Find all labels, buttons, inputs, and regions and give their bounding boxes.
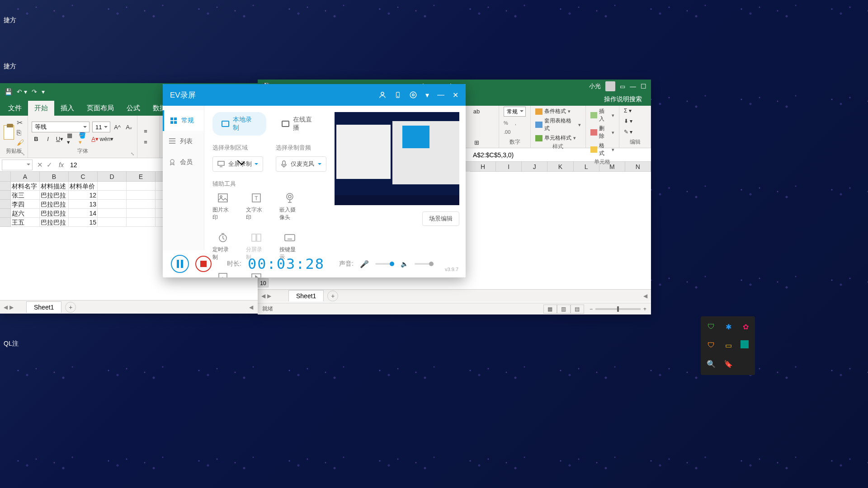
tab-formulas[interactable]: 公式 [120, 101, 146, 116]
fx-icon[interactable]: fx [55, 161, 67, 169]
col-header[interactable]: L [574, 162, 599, 172]
cell[interactable]: 巴拉巴拉 [40, 200, 69, 209]
row-header[interactable] [0, 200, 11, 209]
insert-cells-button[interactable]: 插入▾ [590, 107, 614, 124]
cell-styles-button[interactable]: 单元格样式▾ [535, 133, 581, 143]
bold-button[interactable]: B [32, 134, 41, 143]
shield-orange-icon[interactable]: 🛡 [706, 340, 716, 350]
minimize-icon[interactable]: — [437, 91, 444, 99]
cell[interactable]: 材料名字 [11, 182, 40, 191]
formula-bar-value[interactable]: A$2:$C$5,3,0) [470, 151, 651, 159]
shield-icon[interactable]: 🛡 [706, 322, 716, 332]
add-sheet-button[interactable]: + [65, 302, 76, 313]
cell[interactable]: 巴拉巴拉 [40, 218, 69, 227]
mic-volume-slider[interactable] [375, 263, 394, 265]
audio-select[interactable]: 仅麦克风 [276, 156, 326, 172]
row-header[interactable]: 10 [258, 278, 269, 287]
sidebar-item-normal[interactable]: 常规 [163, 110, 204, 131]
cell[interactable] [98, 209, 127, 218]
sheet-tab[interactable]: Sheet1 [26, 301, 61, 313]
phonetic-button[interactable]: wén▾ [102, 134, 111, 143]
titlebar[interactable]: EV录屏 ▾ — ✕ [163, 84, 466, 106]
col-header[interactable]: B [40, 172, 69, 182]
undo-icon[interactable]: ↶ ▾ [17, 88, 27, 95]
desktop-shortcut-label[interactable]: 捷方 [1, 61, 19, 72]
star-icon[interactable]: ✱ [723, 322, 733, 332]
zoom-in-icon[interactable]: + [643, 306, 646, 312]
sheet-nav-prev[interactable]: ◀ [261, 293, 265, 299]
tab-local-record[interactable]: 本地录制 [212, 112, 266, 136]
cell[interactable] [98, 191, 127, 200]
stop-button[interactable] [195, 256, 212, 272]
col-header[interactable]: C [69, 172, 98, 182]
fill-color-button[interactable]: 🪣▾ [79, 134, 88, 143]
tool-whiteboard[interactable]: 桌面画板 [212, 272, 233, 277]
increase-font-icon[interactable]: A^ [113, 122, 122, 131]
cell[interactable]: 13 [69, 200, 98, 209]
conditional-format-button[interactable]: 条件格式▾ [535, 107, 581, 116]
app-icon[interactable] [741, 340, 749, 348]
zoom-out-icon[interactable]: − [590, 306, 593, 312]
table-format-button[interactable]: 套用表格格式▾ [535, 116, 581, 133]
delete-cells-button[interactable]: 删除▾ [590, 124, 614, 141]
row-header[interactable] [0, 218, 11, 227]
tool-image-watermark[interactable]: 图片水印 [212, 192, 233, 221]
desktop-shortcut-label[interactable]: QL注 [1, 338, 21, 350]
col-header[interactable]: M [599, 162, 625, 172]
col-header[interactable]: K [547, 162, 573, 172]
cell[interactable] [127, 209, 156, 218]
col-header[interactable]: I [496, 162, 522, 172]
minimize-icon[interactable]: — [630, 83, 636, 90]
name-box[interactable] [2, 160, 33, 170]
cell[interactable]: 15 [69, 218, 98, 227]
tab-insert[interactable]: 插入 [54, 101, 80, 116]
username[interactable]: 小光 [589, 82, 601, 90]
row-header[interactable] [0, 182, 11, 191]
area-select[interactable]: 全屏录制 [212, 156, 263, 172]
col-header[interactable]: J [522, 162, 547, 172]
col-header[interactable]: H [470, 162, 496, 172]
cell[interactable]: 材料描述 [40, 182, 69, 191]
cut-icon[interactable]: ✂ [17, 118, 24, 127]
cell[interactable] [127, 200, 156, 209]
cell[interactable] [98, 200, 127, 209]
preview-thumbnail[interactable] [335, 112, 459, 205]
speaker-volume-slider[interactable] [415, 263, 434, 265]
pause-button[interactable] [171, 255, 189, 273]
tool-text-watermark[interactable]: T文字水印 [246, 192, 267, 221]
cell[interactable]: 赵六 [11, 209, 40, 218]
col-header[interactable]: D [98, 172, 127, 182]
maximize-icon[interactable]: ☐ [641, 83, 646, 90]
underline-button[interactable]: U ▾ [55, 134, 64, 143]
desktop-shortcut-label[interactable]: 捷方 [1, 14, 19, 26]
chevron-down-icon[interactable]: ▾ [425, 91, 429, 99]
cell[interactable]: 材料单价 [69, 182, 98, 191]
save-icon[interactable]: 💾 [5, 88, 12, 95]
tab-live-stream[interactable]: 在线直播 [273, 112, 326, 136]
ribbon-display-icon[interactable]: ▭ [620, 83, 625, 90]
border-button[interactable]: ▦ ▾ [67, 134, 76, 143]
cell[interactable] [127, 182, 156, 191]
zoom-slider[interactable] [595, 308, 641, 310]
sidebar-item-list[interactable]: 列表 [163, 131, 204, 152]
tab-file[interactable]: 文件 [2, 101, 28, 116]
cell[interactable]: 巴拉巴拉 [40, 191, 69, 200]
bookmark-icon[interactable]: 🔖 [723, 359, 733, 369]
tell-me-search[interactable]: 操作说明搜索 [604, 95, 642, 103]
search-icon[interactable]: 🔍 [706, 359, 716, 369]
user-icon[interactable] [378, 91, 387, 99]
enter-formula-icon[interactable]: ✓ [47, 161, 52, 169]
settings-icon[interactable] [409, 91, 417, 99]
tab-home[interactable]: 开始 [28, 101, 54, 116]
phone-icon[interactable] [395, 91, 401, 99]
normal-view-icon[interactable]: ▦ [543, 305, 557, 314]
cell[interactable]: 12 [69, 191, 98, 200]
cell[interactable]: 李四 [11, 200, 40, 209]
col-header[interactable]: A [11, 172, 40, 182]
close-icon[interactable]: ✕ [453, 91, 458, 99]
row-header[interactable] [0, 209, 11, 218]
row-header[interactable] [0, 191, 11, 200]
tool-timer[interactable]: 定时录制 [212, 232, 233, 261]
font-size-select[interactable]: 11 [92, 122, 110, 132]
decrease-font-icon[interactable]: Aᵥ [124, 122, 133, 131]
